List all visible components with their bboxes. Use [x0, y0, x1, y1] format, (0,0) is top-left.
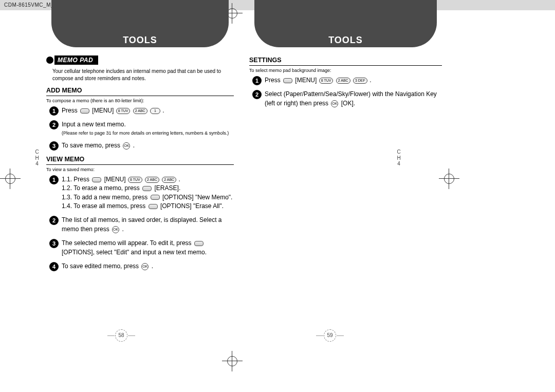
key-8-icon: 8 TUV [116, 108, 131, 114]
settings-step-2: 2 Select (Paper/Pattern/Sea/Sky/Flower) … [249, 90, 442, 108]
view-memo-step-2: 2 The list of all memos, in saved order,… [46, 216, 234, 234]
step-number-icon: 1 [49, 106, 59, 116]
ok-key-icon: OK [123, 142, 130, 150]
view-memo-steps: 1 1.1. Press [MENU] 8 TUV 2 ABC 2 ABC . … [46, 175, 234, 271]
view-memo-caption: To view a saved memo: [46, 167, 234, 172]
step-number-icon: 2 [252, 90, 262, 99]
view-memo-step-4: 4 To save edited memo, press OK . [46, 262, 234, 271]
add-memo-heading: ADD MEMO [46, 87, 234, 96]
left-softkey-icon [283, 78, 292, 83]
step-number-icon: 1 [252, 76, 262, 85]
key-2-icon: 2 ABC [162, 177, 176, 183]
left-softkey-icon [151, 195, 160, 200]
memo-pad-intro: Your cellular telephone includes an inte… [52, 68, 227, 82]
step-number-icon: 2 [49, 216, 59, 225]
page-header-left: TOOLS [46, 16, 234, 52]
key-8-icon: 8 TUV [128, 177, 142, 183]
settings-heading: SETTINGS [249, 57, 442, 66]
right-softkey-icon [142, 186, 152, 191]
ok-key-icon: OK [112, 226, 119, 233]
ok-key-icon: OK [331, 100, 338, 107]
key-3-icon: 3 DEF [353, 78, 367, 84]
add-memo-steps: 1 Press [MENU] 8 TUV 2 ABC 1 . 2 Input a… [46, 106, 234, 151]
view-memo-heading: VIEW MEMO [46, 156, 234, 165]
view-memo-step-3: 3 The selected memo will appear. To edit… [46, 239, 234, 257]
key-1-icon: 1 [150, 108, 160, 114]
page-58: TOOLS MEMO PAD Your cellular telephone i… [46, 16, 244, 312]
settings-caption: To select memo pad background image: [249, 68, 442, 73]
page-header-right: TOOLS [249, 16, 442, 52]
add-memo-step-1: 1 Press [MENU] 8 TUV 2 ABC 1 . [46, 106, 234, 115]
step-number-icon: 4 [49, 262, 59, 271]
left-softkey-icon [194, 241, 203, 246]
key-8-icon: 8 TUV [319, 78, 334, 84]
crop-mark-bottom [222, 351, 243, 371]
step-number-icon: 3 [49, 239, 59, 248]
page-number-58: 58 [115, 329, 127, 342]
key-2-icon: 2 ABC [133, 108, 147, 114]
ok-key-icon: OK [141, 263, 149, 270]
add-memo-caption: To compose a memo (there is an 80-letter… [46, 98, 234, 103]
key-2-icon: 2 ABC [336, 78, 350, 84]
header-title-left: TOOLS [46, 35, 234, 46]
step-number-icon: 3 [49, 141, 59, 151]
chapter-indicator-left: C H 4 [32, 149, 42, 167]
step-number-icon: 1 [49, 175, 59, 184]
memo-pad-badge: MEMO PAD [46, 55, 234, 65]
crop-mark-left [0, 169, 21, 189]
page-number-59: 59 [324, 329, 336, 342]
page-spread: TOOLS MEMO PAD Your cellular telephone i… [46, 16, 442, 312]
left-softkey-icon [92, 177, 101, 182]
add-memo-step-2-note: (Please refer to page 31 for more detail… [62, 130, 234, 137]
add-memo-step-2: 2 Input a new text memo. (Please refer t… [46, 120, 234, 136]
header-title-right: TOOLS [249, 35, 442, 46]
settings-step-1: 1 Press [MENU] 8 TUV 2 ABC 3 DEF . [249, 76, 442, 85]
left-softkey-icon [80, 108, 89, 114]
settings-steps: 1 Press [MENU] 8 TUV 2 ABC 3 DEF . 2 Sel… [249, 76, 442, 108]
key-2-icon: 2 ABC [145, 177, 159, 183]
step-number-icon: 2 [49, 120, 59, 129]
left-softkey-icon [149, 204, 158, 209]
page-59: TOOLS SETTINGS To select memo pad backgr… [244, 16, 442, 312]
view-memo-step-1: 1 1.1. Press [MENU] 8 TUV 2 ABC 2 ABC . … [46, 175, 234, 211]
add-memo-step-3: 3 To save memo, press OK . [46, 141, 234, 150]
crop-mark-right [439, 169, 459, 189]
